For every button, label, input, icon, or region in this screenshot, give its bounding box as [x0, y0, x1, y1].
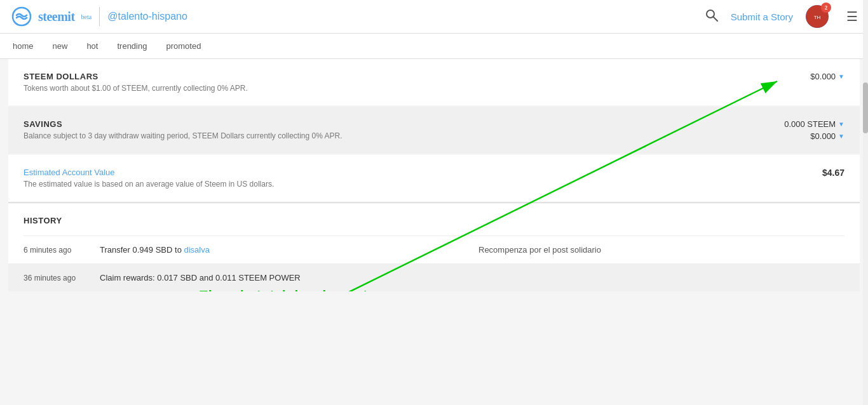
logo-text: steemit	[38, 10, 75, 24]
history-row-1: 6 minutes ago Transfer 0.949 SBD to disa…	[24, 236, 844, 263]
steem-dollars-desc: Tokens worth about $1.00 of STEEM, curre…	[24, 84, 248, 93]
history-memo-1: Recompenza por el post solidario	[478, 245, 844, 255]
history-action-link-1[interactable]: disalva	[184, 245, 209, 255]
logo[interactable]: steemit beta	[10, 5, 92, 28]
estimated-value: $4.67	[822, 168, 844, 178]
savings-steem-value: 0.000 STEEM	[784, 119, 836, 129]
svg-point-0	[707, 10, 714, 18]
search-icon[interactable]	[705, 9, 718, 25]
notification-badge: 2	[821, 3, 831, 13]
savings-section: SAVINGS Balance subject to 3 day withdra…	[8, 107, 860, 154]
history-time-1: 6 minutes ago	[24, 246, 87, 255]
history-time-2: 36 minutes ago	[24, 274, 87, 282]
steemit-logo-icon	[10, 5, 33, 28]
svg-text:TH: TH	[814, 15, 821, 20]
history-action-2: Claim rewards: 0.017 SBD and 0.011 STEEM…	[100, 273, 466, 282]
history-row-2: 36 minutes ago Claim rewards: 0.017 SBD …	[8, 263, 860, 291]
svg-line-1	[714, 17, 717, 21]
nav-new[interactable]: new	[53, 41, 68, 51]
header-right: Submit a Story TH 2 ☰	[705, 5, 858, 28]
savings-usd-value: $0.000	[810, 131, 836, 141]
logo-beta: beta	[81, 13, 92, 20]
nav-trending[interactable]: trending	[117, 41, 147, 51]
header: steemit beta @talento-hispano Submit a S…	[0, 0, 868, 34]
steem-dollars-chevron[interactable]: ▼	[838, 73, 844, 80]
savings-values: 0.000 STEEM ▼ $0.000 ▼	[784, 119, 844, 141]
estimated-desc: The estimated value is based on an avera…	[24, 180, 274, 189]
history-title: HISTORY	[24, 216, 844, 225]
steem-dollars-value: $0.000 ▼	[810, 72, 844, 81]
avatar-wrapper[interactable]: TH 2	[806, 5, 829, 28]
nav-promoted[interactable]: promoted	[166, 41, 201, 51]
history-action-1: Transfer 0.949 SBD to disalva	[100, 245, 466, 255]
steem-dollars-section: STEEM DOLLARS Tokens worth about $1.00 o…	[8, 59, 860, 105]
savings-steem-chevron[interactable]: ▼	[838, 121, 844, 128]
savings-label: SAVINGS	[24, 119, 342, 129]
savings-desc: Balance subject to 3 day withdraw waitin…	[24, 131, 342, 140]
estimated-section: Estimated Account Value The estimated va…	[8, 155, 860, 201]
nav-hot[interactable]: hot	[86, 41, 98, 51]
history-section: HISTORY 6 minutes ago Transfer 0.949 SBD…	[8, 203, 860, 291]
estimated-label: Estimated Account Value	[24, 168, 274, 177]
username[interactable]: @talento-hispano	[107, 11, 187, 22]
scrollbar-thumb[interactable]	[863, 83, 868, 133]
header-divider	[99, 7, 100, 26]
main-nav: home new hot trending promoted	[0, 34, 868, 59]
hamburger-icon[interactable]: ☰	[846, 9, 858, 24]
steem-dollars-label: STEEM DOLLARS	[24, 72, 248, 81]
savings-usd-chevron[interactable]: ▼	[838, 133, 844, 140]
submit-story-button[interactable]: Submit a Story	[731, 11, 793, 22]
scrollbar-track[interactable]	[863, 0, 868, 291]
nav-home[interactable]: home	[13, 41, 34, 51]
